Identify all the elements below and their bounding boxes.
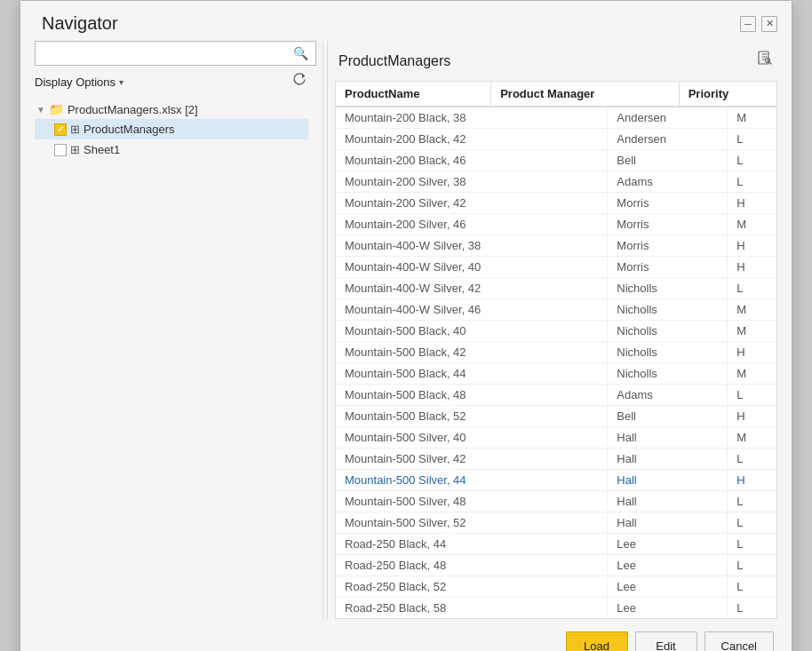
cell-product_manager-3: Adams [608,171,728,193]
table-body: Mountain-200 Black, 38AndersenMMountain-… [336,107,776,618]
cell-priority-10: M [728,321,776,342]
cell-product_manager-1: Andersen [608,129,728,150]
cell-priority-1: L [728,129,776,150]
cell-product_name-13: Mountain-500 Black, 48 [336,385,608,406]
col-header-priority: Priority [679,82,776,107]
cell-priority-6: H [728,235,776,257]
cell-product_name-19: Mountain-500 Silver, 52 [336,512,608,534]
cell-priority-18: L [728,491,776,512]
col-header-product-manager: Product Manager [491,82,680,107]
col-header-product-name: ProductName [336,82,491,107]
table-row: Mountain-400-W Silver, 40MorrisH [336,257,776,278]
table-row: Road-250 Black, 58LeeL [336,598,776,619]
cell-product_manager-13: Adams [608,385,728,406]
preview-icon-button[interactable] [752,48,777,74]
cell-product_manager-5: Morris [608,214,728,235]
table-row: Mountain-200 Black, 38AndersenM [336,107,776,129]
display-options-button[interactable]: Display Options ▾ [35,75,123,89]
table-scroll-area[interactable]: Mountain-200 Black, 38AndersenMMountain-… [336,107,776,618]
cell-product_name-17: Mountain-500 Silver, 44 [336,470,608,491]
cell-product_manager-23: Lee [608,598,728,619]
table-header: ProductName Product Manager Priority [336,82,776,107]
table-row: Mountain-400-W Silver, 46NichollsM [336,299,776,321]
minimize-button[interactable]: ─ [740,16,756,32]
item-label-product-managers: ProductManagers [84,123,175,136]
cell-priority-8: L [728,278,776,299]
file-tree: ▼ 📁 ProductManagers.xlsx [2] ✓ ⊞ Product… [35,99,308,619]
dialog-body: 🔍 Display Options ▾ ▼ [20,41,792,619]
table-row: Mountain-200 Silver, 46MorrisM [336,214,776,235]
folder-icon: 📁 [49,102,64,116]
edit-button[interactable]: Edit [635,631,697,651]
table-icon: ⊞ [70,123,80,136]
tree-item-product-managers[interactable]: ✓ ⊞ ProductManagers [35,119,308,139]
cell-product_name-14: Mountain-500 Black, 52 [336,406,608,427]
table-row: Mountain-500 Black, 44NichollsM [336,363,776,385]
cell-product_manager-22: Lee [608,576,728,598]
preview-header: ProductManagers [335,41,777,81]
checkbox-product-managers[interactable]: ✓ [54,123,67,136]
cell-product_name-12: Mountain-500 Black, 44 [336,363,608,385]
cell-priority-17: H [728,470,776,491]
cell-priority-23: L [728,598,776,619]
dialog-title: Navigator [42,13,118,34]
table-row: Mountain-500 Silver, 40HallM [336,427,776,449]
table-row: Mountain-500 Black, 52BellH [336,406,776,427]
header-row: ProductName Product Manager Priority [336,82,776,107]
cell-priority-5: M [728,214,776,235]
table-row: Mountain-500 Black, 42NichollsH [336,342,776,363]
table-row: Mountain-200 Black, 42AndersenL [336,129,776,150]
cell-product_manager-21: Lee [608,555,728,576]
cell-priority-15: M [728,427,776,449]
table-row: Road-250 Black, 44LeeL [336,534,776,555]
search-row: 🔍 [35,41,308,66]
table-icon-sheet1: ⊞ [70,143,80,156]
cell-product_manager-14: Bell [608,406,728,427]
file-label: ProductManagers.xlsx [2] [68,103,198,116]
table-row: Mountain-500 Silver, 44HallH [336,470,776,491]
cell-priority-12: M [728,363,776,385]
cancel-button[interactable]: Cancel [705,631,774,651]
cell-priority-9: M [728,299,776,321]
cell-priority-7: H [728,257,776,278]
table-row: Mountain-500 Silver, 52HallL [336,512,776,534]
refresh-button[interactable] [291,71,308,92]
cell-product_manager-9: Nicholls [608,299,728,321]
data-table-body: Mountain-200 Black, 38AndersenMMountain-… [336,107,776,618]
load-button[interactable]: Load [566,631,628,651]
checkbox-sheet1[interactable] [54,144,67,156]
table-row: Mountain-500 Black, 40NichollsM [336,321,776,342]
cell-product_name-16: Mountain-500 Silver, 42 [336,449,608,470]
cell-product_manager-10: Nicholls [608,321,728,342]
cell-product_manager-15: Hall [608,427,728,449]
table-row: Mountain-500 Silver, 48HallL [336,491,776,512]
cell-product_name-3: Mountain-200 Silver, 38 [336,171,608,193]
cell-priority-13: L [728,385,776,406]
tree-item-sheet1[interactable]: ⊞ Sheet1 [35,139,308,160]
panel-divider [322,41,323,619]
cell-product_name-2: Mountain-200 Black, 46 [336,150,608,171]
left-panel: 🔍 Display Options ▾ ▼ [35,41,319,619]
cell-product_manager-19: Hall [608,512,728,534]
close-button[interactable]: ✕ [761,16,777,32]
cell-product_manager-6: Morris [608,235,728,257]
cell-product_manager-4: Morris [608,193,728,214]
cell-product_name-15: Mountain-500 Silver, 40 [336,427,608,449]
dialog-footer: Load Edit Cancel [20,619,792,651]
cell-product_name-7: Mountain-400-W Silver, 40 [336,257,608,278]
cell-priority-3: L [728,171,776,193]
cell-product_name-4: Mountain-200 Silver, 42 [336,193,608,214]
cell-product_manager-11: Nicholls [608,342,728,363]
cell-product_manager-17: Hall [608,470,728,491]
cell-product_name-5: Mountain-200 Silver, 46 [336,214,608,235]
checkmark-icon: ✓ [57,124,64,134]
tree-file-row[interactable]: ▼ 📁 ProductManagers.xlsx [2] [35,99,308,119]
cell-priority-21: L [728,555,776,576]
item-label-sheet1: Sheet1 [84,143,120,156]
search-input[interactable] [35,41,316,66]
table-row: Mountain-200 Black, 46BellL [336,150,776,171]
cell-product_name-23: Road-250 Black, 58 [336,598,608,619]
table-row: Road-250 Black, 52LeeL [336,576,776,598]
cell-product_name-9: Mountain-400-W Silver, 46 [336,299,608,321]
cell-priority-20: L [728,534,776,555]
